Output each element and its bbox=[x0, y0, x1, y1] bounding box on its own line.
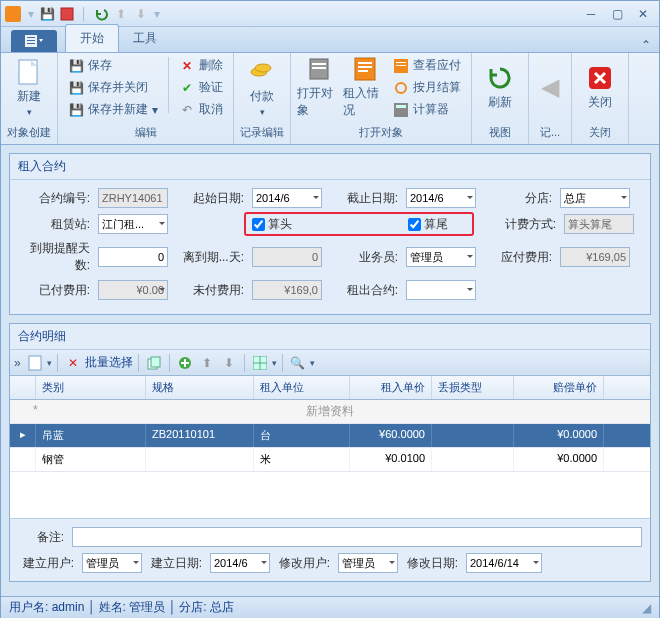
ribbon-tabs: 开始 工具 ⌃ bbox=[1, 27, 659, 53]
pay-button[interactable]: 付款▾ bbox=[240, 55, 284, 119]
list-icon bbox=[393, 58, 409, 74]
branch-input[interactable] bbox=[560, 188, 630, 208]
col-spec[interactable]: 规格 bbox=[146, 376, 254, 399]
chevron-icon[interactable]: » bbox=[14, 356, 21, 370]
group-label: 关闭 bbox=[578, 125, 622, 142]
saveclose-icon[interactable] bbox=[58, 5, 76, 23]
batch-select-button[interactable]: 批量选择 bbox=[85, 354, 133, 371]
close-button[interactable]: 关闭 bbox=[578, 55, 622, 119]
svg-rect-16 bbox=[396, 62, 406, 63]
form-icon bbox=[351, 55, 379, 83]
payable-input bbox=[560, 247, 630, 267]
create-user-label: 建立用户: bbox=[18, 555, 78, 572]
station-input[interactable] bbox=[98, 214, 168, 234]
rent-contract-input[interactable] bbox=[406, 280, 476, 300]
mod-user-label: 修改用户: bbox=[274, 555, 334, 572]
check-icon: ✔ bbox=[179, 80, 195, 96]
col-price[interactable]: 租入单价 bbox=[350, 376, 432, 399]
ribbon-expand-icon[interactable]: ⌃ bbox=[641, 38, 651, 52]
group-label: 打开对象 bbox=[297, 125, 465, 142]
close-icon bbox=[586, 64, 614, 92]
calc-button[interactable]: 计算器 bbox=[389, 99, 465, 120]
calc-tail-checkbox[interactable]: 算尾 bbox=[408, 216, 480, 233]
save-button[interactable]: 💾保存 bbox=[64, 55, 162, 76]
svg-rect-20 bbox=[396, 105, 406, 108]
mod-date-input[interactable] bbox=[466, 553, 542, 573]
tab-start[interactable]: 开始 bbox=[65, 24, 119, 52]
clerk-input[interactable] bbox=[406, 247, 476, 267]
end-date-input[interactable] bbox=[406, 188, 476, 208]
svg-rect-11 bbox=[355, 58, 375, 80]
up-nav-icon[interactable]: ⬆ bbox=[197, 353, 217, 373]
refresh-button[interactable]: 刷新 bbox=[478, 55, 522, 119]
app-icon bbox=[5, 6, 21, 22]
remind-days-input[interactable] bbox=[98, 247, 168, 267]
svg-rect-13 bbox=[358, 66, 372, 68]
monthly-button[interactable]: 按月结算 bbox=[389, 77, 465, 98]
detail-grid[interactable]: 类别 规格 租入单位 租入单价 丢损类型 赔偿单价 *新增资料 ▸ 吊蓝 ZB2… bbox=[10, 376, 650, 518]
maximize-button[interactable]: ▢ bbox=[605, 6, 629, 22]
calc-head-checkbox[interactable]: 算头 bbox=[252, 216, 324, 233]
create-date-label: 建立日期: bbox=[146, 555, 206, 572]
col-losstype[interactable]: 丢损类型 bbox=[432, 376, 514, 399]
up-icon[interactable]: ⬆ bbox=[112, 5, 130, 23]
table-row[interactable]: 钢管 米 ¥0.0100 ¥0.0000 bbox=[10, 448, 650, 472]
refresh-icon bbox=[486, 64, 514, 92]
create-user-input[interactable] bbox=[82, 553, 142, 573]
coins-icon bbox=[248, 58, 276, 86]
expire-days-label: 离到期...天: bbox=[172, 249, 248, 266]
down-nav-icon[interactable]: ⬇ bbox=[219, 353, 239, 373]
close-button[interactable]: ✕ bbox=[631, 6, 655, 22]
svg-rect-17 bbox=[396, 65, 406, 66]
minimize-button[interactable]: ─ bbox=[579, 6, 603, 22]
save-icon[interactable]: 💾 bbox=[38, 5, 56, 23]
open-object-button[interactable]: 打开对象 bbox=[297, 55, 341, 119]
copy-icon[interactable] bbox=[144, 353, 164, 373]
unpaid-input bbox=[252, 280, 322, 300]
unpaid-label: 未付费用: bbox=[172, 282, 248, 299]
new-doc-icon[interactable] bbox=[25, 353, 45, 373]
save-new-button[interactable]: 💾保存并新建 ▾ bbox=[64, 99, 162, 120]
down-icon[interactable]: ⬇ bbox=[132, 5, 150, 23]
new-row[interactable]: *新增资料 bbox=[10, 400, 650, 424]
bill-method-input bbox=[564, 214, 634, 234]
cycle-icon bbox=[393, 80, 409, 96]
rent-status-button[interactable]: 租入情况 bbox=[343, 55, 387, 119]
payable-label: 应付费用: bbox=[480, 249, 556, 266]
batch-select-icon[interactable]: ✕ bbox=[63, 353, 83, 373]
delete-button[interactable]: ✕删除 bbox=[175, 55, 227, 76]
disk-icon: 💾 bbox=[68, 58, 84, 74]
station-label: 租赁站: bbox=[18, 216, 94, 233]
disk-new-icon: 💾 bbox=[68, 102, 84, 118]
undo-icon[interactable] bbox=[92, 5, 110, 23]
col-compprice[interactable]: 赔偿单价 bbox=[514, 376, 604, 399]
group-label: 记... bbox=[535, 125, 565, 142]
svg-rect-9 bbox=[312, 63, 326, 65]
svg-rect-4 bbox=[27, 43, 35, 44]
col-unit[interactable]: 租入单位 bbox=[254, 376, 350, 399]
group-label: 编辑 bbox=[64, 125, 227, 142]
mod-user-input[interactable] bbox=[338, 553, 398, 573]
resize-grip-icon: ◢ bbox=[642, 601, 651, 615]
save-close-button[interactable]: 💾保存并关闭 bbox=[64, 77, 162, 98]
paid-input bbox=[98, 280, 168, 300]
search-icon[interactable]: 🔍 bbox=[288, 353, 308, 373]
new-button[interactable]: 新建▾ bbox=[7, 55, 51, 119]
prev-record-button[interactable]: ◀ bbox=[535, 55, 565, 119]
cancel-button[interactable]: ↶取消 bbox=[175, 99, 227, 120]
grid-toolbar: » ▾ ✕ 批量选择 ⬆ ⬇ ▾ 🔍▾ bbox=[10, 350, 650, 376]
create-date-input[interactable] bbox=[210, 553, 270, 573]
verify-button[interactable]: ✔验证 bbox=[175, 77, 227, 98]
group-label: 对象创建 bbox=[7, 125, 51, 142]
add-green-icon[interactable] bbox=[175, 353, 195, 373]
content-area: 租入合约 合约编号: 起始日期: 截止日期: 分店: 租赁站: 算头 算尾 计费… bbox=[1, 145, 659, 598]
tab-tools[interactable]: 工具 bbox=[119, 25, 171, 52]
remark-input[interactable] bbox=[72, 527, 642, 547]
table-row[interactable]: ▸ 吊蓝 ZB20110101 台 ¥60.0000 ¥0.0000 bbox=[10, 424, 650, 448]
file-menu-button[interactable] bbox=[11, 30, 57, 52]
col-category[interactable]: 类别 bbox=[36, 376, 146, 399]
start-date-input[interactable] bbox=[252, 188, 322, 208]
table-icon[interactable] bbox=[250, 353, 270, 373]
view-pay-button[interactable]: 查看应付 bbox=[389, 55, 465, 76]
mod-date-label: 修改日期: bbox=[402, 555, 462, 572]
